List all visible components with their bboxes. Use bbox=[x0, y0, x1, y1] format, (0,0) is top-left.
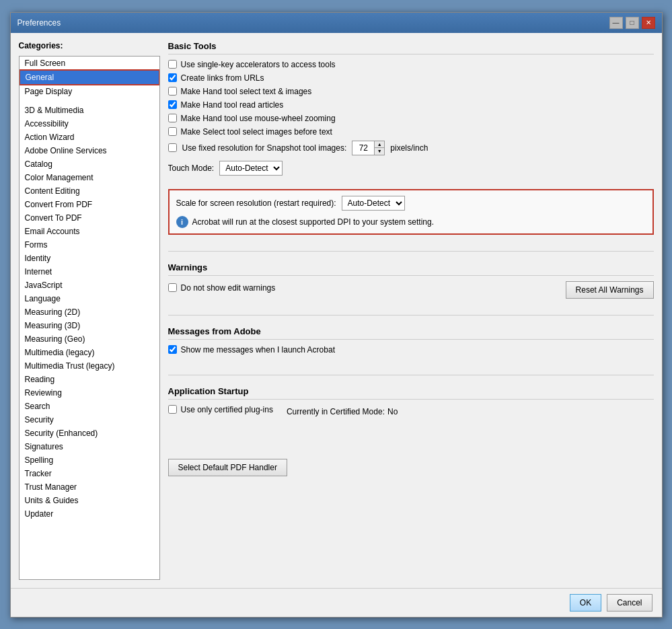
divider-2 bbox=[168, 315, 654, 316]
snapshot-unit: pixels/inch bbox=[390, 143, 428, 153]
certified-row: Use only certified plug-ins Currently in… bbox=[168, 405, 654, 418]
messages-checkbox[interactable] bbox=[168, 345, 177, 354]
minimize-button[interactable]: — bbox=[609, 17, 623, 29]
info-icon: i bbox=[176, 216, 188, 228]
sidebar-item-measuring-2d[interactable]: Measuring (2D) bbox=[20, 305, 159, 319]
categories-label: Categories: bbox=[19, 41, 160, 50]
basic-tools-title: Basic Tools bbox=[168, 41, 654, 54]
warnings-checkbox[interactable] bbox=[168, 283, 177, 292]
single-key-checkbox[interactable] bbox=[168, 60, 177, 69]
single-key-label: Use single-key accelerators to access to… bbox=[181, 60, 336, 69]
spin-up-button[interactable]: ▲ bbox=[375, 141, 384, 148]
categories-list-container: Full ScreenGeneralPage Display3D & Multi… bbox=[19, 56, 160, 580]
snapshot-spinner: ▲ ▼ bbox=[374, 141, 384, 155]
scale-select[interactable]: Auto-Detect100%125%150%175%200% bbox=[342, 196, 405, 211]
divider-3 bbox=[168, 375, 654, 375]
sidebar-item-convert-to-pdf[interactable]: Convert To PDF bbox=[20, 211, 159, 225]
sidebar-item-convert-from-pdf[interactable]: Convert From PDF bbox=[20, 198, 159, 211]
hand-text-checkbox[interactable] bbox=[168, 87, 177, 96]
content-area: Basic Tools Use single-key accelerators … bbox=[168, 41, 654, 580]
window-controls: — □ ✕ bbox=[609, 17, 655, 29]
snapshot-value-input[interactable] bbox=[352, 141, 374, 155]
messages-checkbox-row: Show me messages when I launch Acrobat bbox=[168, 345, 654, 355]
hand-articles-label: Make Hand tool read articles bbox=[181, 100, 284, 110]
sidebar-item-units-guides[interactable]: Units & Guides bbox=[20, 494, 159, 507]
sidebar-item-identity[interactable]: Identity bbox=[20, 252, 159, 265]
dialog-footer: OK Cancel bbox=[11, 588, 662, 617]
sidebar-item-trust-manager[interactable]: Trust Manager bbox=[20, 480, 159, 494]
sidebar-item-internet[interactable]: Internet bbox=[20, 265, 159, 279]
preferences-dialog: Preferences — □ ✕ Categories: Full Scree… bbox=[10, 12, 663, 618]
warnings-title: Warnings bbox=[168, 262, 654, 276]
default-pdf-handler-button[interactable]: Select Default PDF Handler bbox=[168, 459, 287, 476]
messages-section: Messages from Adobe Show me messages whe… bbox=[168, 326, 654, 359]
sidebar-item-updater[interactable]: Updater bbox=[20, 507, 159, 521]
sidebar-item-general[interactable]: General bbox=[20, 70, 159, 85]
hand-wheel-checkbox[interactable] bbox=[168, 114, 177, 122]
default-handler-row: Select Default PDF Handler bbox=[168, 459, 654, 476]
sidebar-item-reviewing[interactable]: Reviewing bbox=[20, 386, 159, 400]
hand-articles-checkbox[interactable] bbox=[168, 100, 177, 109]
sidebar-item-adobe-online[interactable]: Adobe Online Services bbox=[20, 144, 159, 157]
sidebar-item-signatures[interactable]: Signatures bbox=[20, 440, 159, 453]
dpi-info-row: i Acrobat will run at the closest suppor… bbox=[176, 216, 646, 228]
sidebar-item-page-display[interactable]: Page Display bbox=[20, 85, 159, 98]
startup-section: Application Startup Use only certified p… bbox=[168, 386, 654, 418]
scale-section: Scale for screen resolution (restart req… bbox=[168, 189, 654, 235]
dialog-title: Preferences bbox=[17, 18, 61, 28]
certified-mode-value: No bbox=[387, 407, 398, 416]
snapshot-label: Use fixed resolution for Snapshot tool i… bbox=[182, 143, 347, 153]
checkbox-row-single-key: Use single-key accelerators to access to… bbox=[168, 60, 654, 69]
sidebar-item-catalog[interactable]: Catalog bbox=[20, 157, 159, 171]
select-images-label: Make Select tool select images before te… bbox=[181, 127, 332, 137]
snapshot-row: Use fixed resolution for Snapshot tool i… bbox=[168, 141, 654, 155]
select-images-checkbox[interactable] bbox=[168, 127, 177, 136]
sidebar-item-search[interactable]: Search bbox=[20, 400, 159, 413]
certified-mode-label: Currently in Certified Mode: bbox=[287, 407, 385, 416]
create-links-checkbox[interactable] bbox=[168, 73, 177, 82]
ok-button[interactable]: OK bbox=[570, 594, 601, 612]
sidebar-item-language[interactable]: Language bbox=[20, 292, 159, 305]
hand-wheel-label: Make Hand tool use mouse-wheel zooming bbox=[181, 114, 336, 123]
warnings-section: Warnings Do not show edit warnings Reset… bbox=[168, 262, 654, 299]
sidebar-item-reading[interactable]: Reading bbox=[20, 373, 159, 386]
sidebar-item-tracker[interactable]: Tracker bbox=[20, 467, 159, 480]
scale-label: Scale for screen resolution (restart req… bbox=[176, 198, 336, 208]
messages-checkbox-label: Show me messages when I launch Acrobat bbox=[181, 345, 335, 355]
sidebar-item-javascript[interactable]: JavaScript bbox=[20, 279, 159, 292]
snapshot-checkbox[interactable] bbox=[168, 143, 177, 152]
warnings-checkbox-label: Do not show edit warnings bbox=[181, 283, 276, 293]
sidebar-item-accessibility[interactable]: Accessibility bbox=[20, 117, 159, 131]
certified-checkbox[interactable] bbox=[168, 405, 177, 414]
sidebar-item-3d-multimedia[interactable]: 3D & Multimedia bbox=[20, 104, 159, 117]
sidebar-item-security[interactable]: Security bbox=[20, 413, 159, 427]
checkbox-row-hand-wheel: Make Hand tool use mouse-wheel zooming bbox=[168, 114, 654, 123]
sidebar-item-multimedia-legacy[interactable]: Multimedia (legacy) bbox=[20, 346, 159, 359]
touch-mode-row: Touch Mode: Auto-DetectAlwaysNever bbox=[168, 161, 654, 176]
sidebar-item-action-wizard[interactable]: Action Wizard bbox=[20, 131, 159, 144]
sidebar-item-color-management[interactable]: Color Management bbox=[20, 171, 159, 184]
snapshot-input-wrap: ▲ ▼ bbox=[352, 141, 385, 155]
checkbox-row-hand-articles: Make Hand tool read articles bbox=[168, 100, 654, 110]
checkboxes-container: Use single-key accelerators to access to… bbox=[168, 60, 654, 137]
certified-checkbox-row: Use only certified plug-ins bbox=[168, 405, 273, 414]
close-button[interactable]: ✕ bbox=[642, 17, 655, 29]
sidebar-item-content-editing[interactable]: Content Editing bbox=[20, 184, 159, 198]
sidebar-item-spelling[interactable]: Spelling bbox=[20, 453, 159, 467]
basic-tools-section: Basic Tools Use single-key accelerators … bbox=[168, 41, 654, 181]
sidebar-item-email-accounts[interactable]: Email Accounts bbox=[20, 225, 159, 238]
sidebar-item-forms[interactable]: Forms bbox=[20, 238, 159, 252]
sidebar-item-multimedia-trust[interactable]: Multimedia Trust (legacy) bbox=[20, 359, 159, 373]
maximize-button[interactable]: □ bbox=[626, 17, 639, 29]
touch-mode-select[interactable]: Auto-DetectAlwaysNever bbox=[219, 161, 283, 176]
sidebar-item-measuring-3d[interactable]: Measuring (3D) bbox=[20, 319, 159, 332]
checkbox-row-select-images: Make Select tool select images before te… bbox=[168, 127, 654, 137]
create-links-label: Create links from URLs bbox=[181, 73, 264, 83]
divider-1 bbox=[168, 251, 654, 252]
spin-down-button[interactable]: ▼ bbox=[375, 148, 384, 155]
sidebar-item-full-screen[interactable]: Full Screen bbox=[20, 57, 159, 70]
sidebar-item-security-enhanced[interactable]: Security (Enhanced) bbox=[20, 427, 159, 440]
sidebar-item-measuring-geo[interactable]: Measuring (Geo) bbox=[20, 332, 159, 346]
reset-warnings-button[interactable]: Reset All Warnings bbox=[566, 281, 654, 299]
cancel-button[interactable]: Cancel bbox=[607, 594, 652, 612]
